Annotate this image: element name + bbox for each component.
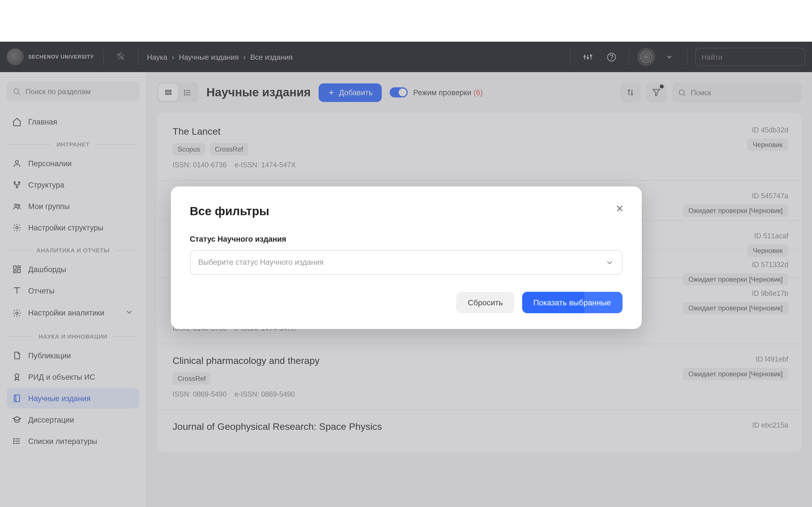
modal-title: Все фильтры <box>190 204 622 218</box>
modal-overlay[interactable]: Все фильтры Статус Научного издания Выбе… <box>0 42 812 507</box>
filters-modal: Все фильтры Статус Научного издания Выбе… <box>170 186 642 329</box>
status-field-label: Статус Научного издания <box>190 235 622 243</box>
apply-button[interactable]: Показать выбранные <box>522 291 622 313</box>
close-button[interactable] <box>612 201 627 217</box>
chevron-down-icon <box>605 258 614 267</box>
select-placeholder: Выберите статус Научного издания <box>198 258 324 267</box>
reset-button[interactable]: Сбросить <box>456 291 514 313</box>
browser-chrome-space <box>0 0 812 42</box>
modal-actions: Сбросить Показать выбранные <box>190 291 622 313</box>
close-icon <box>614 203 624 213</box>
status-select[interactable]: Выберите статус Научного издания <box>190 250 622 275</box>
